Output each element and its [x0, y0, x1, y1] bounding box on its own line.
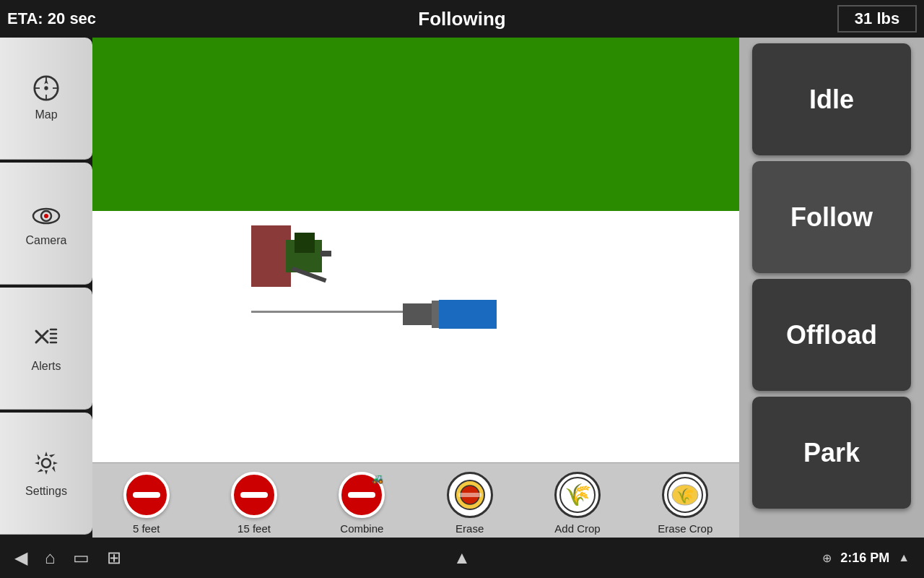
tractor-cab — [295, 233, 315, 253]
erasecrop-label: Erase Crop — [658, 522, 712, 535]
sidebar-alerts-label: Alerts — [32, 360, 61, 373]
left-sidebar: Map Camera Alerts — [0, 38, 92, 538]
addcrop-label: Add Crop — [554, 522, 600, 535]
right-panel: Idle Follow Offload Park — [739, 38, 924, 578]
weight-badge: 31 lbs — [837, 5, 917, 33]
svg-marker-6 — [44, 79, 48, 85]
addcrop-icon-wrap: 🌾 — [552, 469, 603, 521]
camera-icon — [32, 200, 61, 233]
erase-icon — [447, 472, 493, 518]
offload-label: Offload — [786, 320, 877, 350]
erase-label: Erase — [456, 522, 484, 535]
erase-icon-wrap — [444, 469, 496, 521]
15feet-label: 15 feet — [237, 522, 271, 535]
tool-combine-button[interactable]: 🚜 Combine — [308, 469, 416, 535]
grid-icon[interactable]: ⊞ — [107, 548, 121, 568]
5feet-label: 5 feet — [133, 522, 160, 535]
svg-point-1 — [44, 86, 48, 90]
tool-5feet-button[interactable]: 5 feet — [92, 469, 200, 535]
sidebar-camera-label: Camera — [26, 234, 67, 247]
grain-cart — [251, 225, 291, 287]
offload-button[interactable]: Offload — [752, 279, 911, 391]
map-area — [92, 38, 739, 462]
nav-right-icons: ⊕ 2:16 PM ▲ — [822, 551, 910, 566]
sidebar-item-alerts[interactable]: Alerts — [0, 288, 92, 410]
combine-icon-wrap: 🚜 — [336, 469, 388, 521]
nav-center: ▲ — [453, 548, 471, 568]
5feet-icon — [123, 472, 170, 518]
sidebar-item-settings[interactable]: Settings — [0, 413, 92, 535]
tool-15feet-button[interactable]: 15 feet — [200, 469, 308, 535]
svg-text:🌾: 🌾 — [676, 487, 694, 504]
tool-addcrop-button[interactable]: 🌾 Add Crop — [523, 469, 631, 535]
home-icon[interactable]: ⌂ — [45, 548, 56, 568]
bottom-toolbar: 5 feet 15 feet 🚜 Combine — [92, 462, 739, 540]
svg-rect-19 — [458, 493, 481, 497]
svg-point-9 — [44, 214, 48, 218]
field-white — [92, 211, 739, 462]
tractor-hitch — [321, 251, 331, 256]
combine-body — [403, 303, 435, 325]
sidebar-item-camera[interactable]: Camera — [0, 163, 92, 285]
idle-label: Idle — [809, 85, 854, 115]
map-icon — [33, 75, 59, 107]
sidebar-map-label: Map — [35, 108, 57, 121]
idle-button[interactable]: Idle — [752, 43, 911, 155]
recents-icon[interactable]: ▭ — [73, 548, 90, 568]
tool-erasecrop-button[interactable]: 🌾 Erase Crop — [632, 469, 739, 535]
park-label: Park — [803, 438, 860, 468]
alerts-icon — [32, 324, 61, 358]
nav-bar: ◀ ⌂ ▭ ⊞ ▲ ⊕ 2:16 PM ▲ — [0, 538, 924, 578]
nav-left-icons: ◀ ⌂ ▭ ⊞ — [14, 548, 121, 568]
wifi-icon: ▲ — [898, 551, 910, 564]
combine-grain-tank — [439, 300, 497, 329]
sidebar-settings-label: Settings — [25, 485, 67, 498]
combine-label: Combine — [340, 522, 383, 535]
5feet-icon-wrap — [121, 469, 173, 521]
erasecrop-icon-wrap: 🌾 — [659, 469, 711, 521]
back-icon[interactable]: ◀ — [14, 548, 27, 568]
field-green — [92, 38, 739, 211]
location-icon: ⊕ — [822, 551, 832, 565]
eta-label: ETA: 20 sec — [7, 9, 96, 28]
erasecrop-icon: 🌾 — [662, 472, 708, 518]
settings-icon — [32, 449, 61, 483]
nav-time: 2:16 PM — [840, 551, 889, 566]
svg-text:🌾: 🌾 — [564, 482, 591, 508]
15feet-icon-wrap — [228, 469, 280, 521]
up-arrow-icon[interactable]: ▲ — [453, 548, 471, 567]
sidebar-item-map[interactable]: Map — [0, 38, 92, 160]
follow-label: Follow — [790, 202, 873, 233]
combine-auger-line — [251, 311, 403, 313]
svg-point-16 — [42, 459, 51, 467]
tool-erase-button[interactable]: Erase — [416, 469, 523, 535]
15feet-icon — [231, 472, 277, 518]
title-label: Following — [418, 8, 505, 30]
park-button[interactable]: Park — [752, 397, 911, 509]
follow-button[interactable]: Follow — [752, 161, 911, 273]
top-bar: ETA: 20 sec Following 31 lbs — [0, 0, 924, 38]
addcrop-icon: 🌾 — [554, 472, 601, 518]
